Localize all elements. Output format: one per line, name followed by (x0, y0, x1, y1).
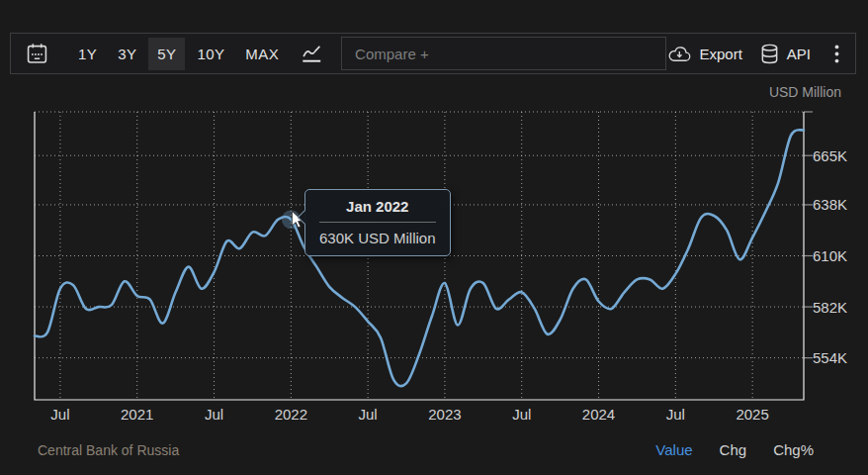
y-axis-tick-label: 610K (813, 247, 847, 264)
series-line (35, 130, 804, 386)
x-axis-tick-label: Jul (666, 406, 685, 423)
y-axis-tick-label: 582K (813, 299, 847, 316)
y-axis-tick-label: 638K (813, 196, 847, 213)
x-axis-tick-label: Jul (359, 406, 378, 423)
chart-tooltip: Jan 2022 630K USD Million (304, 189, 451, 256)
footer-links: Value Chg Chg% (655, 441, 814, 458)
y-axis-tick-label: 554K (813, 349, 847, 366)
x-axis-tick-label: 2021 (121, 406, 153, 423)
x-axis-tick-label: Jul (205, 406, 223, 423)
tooltip-date: Jan 2022 (319, 198, 436, 215)
x-axis-tick-label: 2022 (275, 406, 307, 423)
x-axis-tick-label: 2023 (428, 406, 461, 423)
footer-link-chg[interactable]: Chg (720, 441, 747, 458)
x-axis-tick-label: Jul (50, 406, 69, 423)
tooltip-divider (319, 222, 436, 223)
chart-application: 1Y 3Y 5Y 10Y MAX Export (0, 0, 868, 475)
chart-footer: Central Bank of Russia Value Chg Chg% (38, 441, 814, 458)
footer-link-chgpct[interactable]: Chg% (773, 441, 814, 458)
x-axis-tick-label: 2024 (582, 406, 615, 423)
tooltip-value: 630K USD Million (319, 230, 436, 246)
footer-link-value[interactable]: Value (655, 441, 692, 458)
y-axis-tick-label: 665K (813, 147, 847, 164)
x-axis-tick-label: 2025 (736, 406, 768, 423)
x-axis-tick-label: Jul (512, 406, 531, 423)
source-label: Central Bank of Russia (38, 442, 179, 458)
